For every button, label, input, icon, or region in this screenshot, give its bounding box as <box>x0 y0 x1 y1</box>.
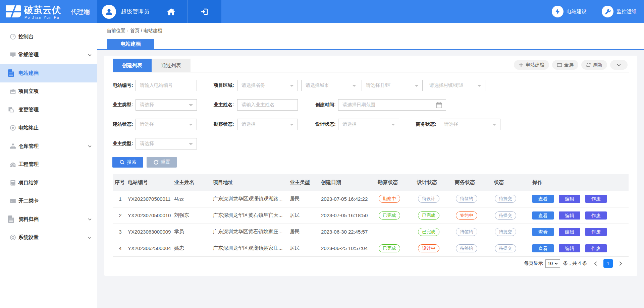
svg-text:破茧云伏: 破茧云伏 <box>23 5 61 15</box>
svg-text:Po Jian Yun Fu: Po Jian Yun Fu <box>24 15 60 19</box>
